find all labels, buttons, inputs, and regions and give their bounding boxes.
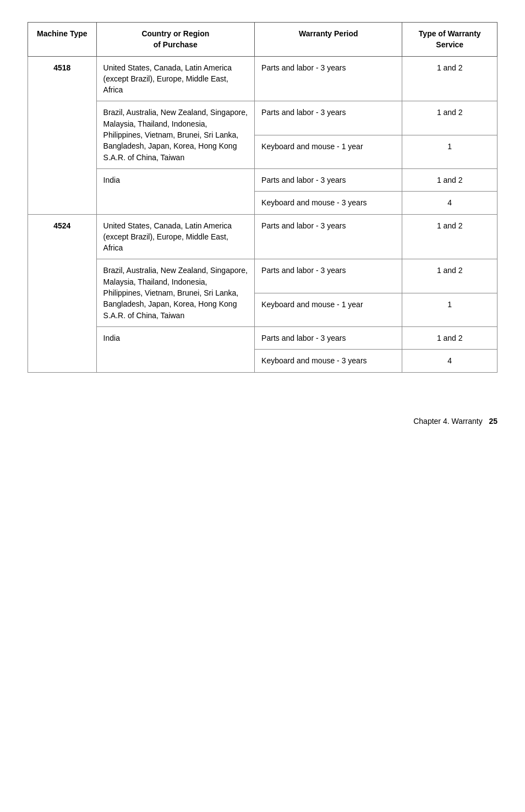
service-cell: 1 and 2 (402, 326, 497, 349)
warranty-cell: Parts and labor - 3 years (255, 56, 402, 101)
page-number: 25 (489, 417, 497, 426)
warranty-cell: Parts and labor - 3 years (255, 101, 402, 135)
warranty-cell: Parts and labor - 3 years (255, 326, 402, 349)
warranty-cell: Parts and labor - 3 years (255, 259, 402, 293)
country-cell: India (96, 326, 255, 372)
service-cell: 1 and 2 (402, 101, 497, 135)
warranty-cell: Keyboard and mouse - 3 years (255, 350, 402, 372)
warranty-cell: Parts and labor - 3 years (255, 214, 402, 259)
footer: Chapter 4. Warranty 25 (28, 417, 497, 426)
service-cell: 4 (402, 350, 497, 372)
service-cell: 1 and 2 (402, 168, 497, 191)
warranty-cell: Parts and labor - 3 years (255, 168, 402, 191)
warranty-cell: Keyboard and mouse - 1 year (255, 135, 402, 168)
service-cell: 4 (402, 192, 497, 214)
table-row: Brazil, Australia, New Zealand, Singapor… (28, 101, 497, 135)
country-cell: United States, Canada, Latin America (ex… (96, 214, 255, 259)
header-warranty: Warranty Period (255, 23, 402, 57)
table-row: Brazil, Australia, New Zealand, Singapor… (28, 259, 497, 293)
service-cell: 1 and 2 (402, 56, 497, 101)
service-cell: 1 and 2 (402, 214, 497, 259)
service-cell: 1 and 2 (402, 259, 497, 293)
warranty-table: Machine Type Country or Regionof Purchas… (28, 22, 497, 373)
table-row: 4524 United States, Canada, Latin Americ… (28, 214, 497, 259)
warranty-cell: Keyboard and mouse - 1 year (255, 293, 402, 326)
header-machine-type: Machine Type (28, 23, 97, 57)
header-country: Country or Regionof Purchase (96, 23, 255, 57)
country-cell: Brazil, Australia, New Zealand, Singapor… (96, 101, 255, 168)
machine-type-cell: 4518 (28, 56, 97, 214)
country-cell: Brazil, Australia, New Zealand, Singapor… (96, 259, 255, 326)
country-cell: India (96, 168, 255, 214)
machine-type-cell: 4524 (28, 214, 97, 372)
service-cell: 1 (402, 135, 497, 168)
footer-chapter: Chapter 4. Warranty (413, 417, 483, 426)
header-service: Type of WarrantyService (402, 23, 497, 57)
service-cell: 1 (402, 293, 497, 326)
warranty-cell: Keyboard and mouse - 3 years (255, 192, 402, 214)
table-row: 4518 United States, Canada, Latin Americ… (28, 56, 497, 101)
table-row: India Parts and labor - 3 years 1 and 2 (28, 326, 497, 349)
country-cell: United States, Canada, Latin America (ex… (96, 56, 255, 101)
table-row: India Parts and labor - 3 years 1 and 2 (28, 168, 497, 191)
